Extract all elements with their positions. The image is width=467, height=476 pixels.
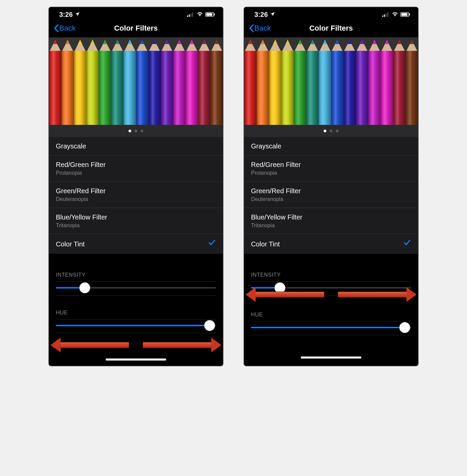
back-label: Back	[59, 24, 76, 33]
filter-label: Blue/Yellow Filter	[251, 213, 302, 222]
svg-rect-5	[206, 13, 212, 16]
page-dot[interactable]	[324, 130, 326, 132]
filter-row[interactable]: Color Tint	[49, 234, 223, 254]
svg-rect-7	[382, 15, 383, 17]
status-bar: 3:26	[244, 7, 418, 20]
filter-row[interactable]: Grayscale	[244, 137, 418, 156]
pencil	[111, 40, 123, 125]
battery-icon	[205, 11, 215, 19]
hue-section: HUE	[49, 304, 223, 333]
hue-header: HUE	[251, 306, 411, 321]
svg-rect-12	[401, 13, 407, 16]
filter-label: Blue/Yellow Filter	[56, 213, 107, 222]
pencil	[344, 40, 356, 125]
pencil	[62, 40, 74, 125]
svg-rect-2	[190, 13, 191, 17]
pencil-preview[interactable]	[244, 37, 418, 125]
intensity-slider[interactable]	[251, 281, 411, 296]
wifi-icon	[196, 11, 203, 19]
page-dot[interactable]	[129, 130, 131, 132]
pencil	[356, 40, 368, 125]
page-dots	[244, 125, 418, 137]
back-label: Back	[254, 24, 271, 33]
pencil	[173, 40, 186, 125]
intensity-section: INTENSITY	[49, 266, 223, 296]
signal-icon	[187, 11, 194, 19]
pencil	[294, 40, 306, 125]
filter-label: Grayscale	[251, 142, 281, 150]
pencil-preview[interactable]	[49, 37, 223, 125]
filter-sublabel: Deuteranopia	[56, 196, 106, 203]
pencil	[319, 40, 331, 125]
page-dot[interactable]	[336, 130, 338, 132]
filter-row[interactable]: Red/Green FilterProtanopia	[49, 156, 223, 182]
back-button[interactable]: Back	[54, 24, 76, 33]
filter-row[interactable]: Green/Red FilterDeuteranopia	[244, 182, 418, 208]
intensity-header: INTENSITY	[56, 266, 216, 281]
chevron-left-icon	[249, 24, 254, 32]
pencil	[161, 40, 173, 125]
filter-sublabel: Protanopia	[56, 170, 106, 177]
filter-row[interactable]: Color Tint	[244, 234, 418, 254]
filter-sublabel: Tritanopia	[251, 222, 302, 229]
svg-rect-9	[386, 13, 387, 17]
pencil	[86, 40, 99, 125]
pencil	[148, 40, 161, 125]
page-dot[interactable]	[135, 130, 137, 132]
filter-sublabel: Protanopia	[251, 170, 301, 177]
filter-label: Color Tint	[56, 240, 85, 248]
nav-bar: Back Color Filters	[49, 20, 223, 37]
hue-slider[interactable]	[251, 321, 411, 335]
pencil	[99, 40, 111, 125]
pencil	[210, 40, 223, 125]
signal-icon	[382, 11, 390, 19]
chevron-left-icon	[54, 24, 59, 32]
page-dot[interactable]	[141, 130, 143, 132]
pencil	[49, 40, 62, 125]
home-indicator[interactable]	[244, 351, 418, 364]
filter-label: Red/Green Filter	[56, 160, 106, 169]
pencil	[198, 40, 210, 125]
hue-header: HUE	[56, 304, 216, 319]
checkmark-icon	[403, 239, 411, 249]
filter-row[interactable]: Green/Red FilterDeuteranopia	[49, 182, 223, 208]
status-time: 3:26	[59, 11, 73, 19]
home-indicator[interactable]	[49, 353, 223, 366]
svg-rect-3	[192, 12, 193, 17]
status-time: 3:26	[254, 11, 268, 19]
pencil	[185, 40, 198, 125]
pencil	[74, 40, 86, 125]
pencil	[244, 40, 257, 125]
filter-label: Grayscale	[56, 142, 86, 150]
filter-sublabel: Deuteranopia	[251, 196, 301, 203]
hue-section: HUE	[244, 306, 418, 335]
pencil	[405, 40, 418, 125]
battery-icon	[400, 11, 410, 19]
pencil	[381, 40, 393, 125]
nav-bar: Back Color Filters	[244, 20, 418, 37]
svg-rect-8	[384, 14, 385, 17]
pencil	[331, 40, 344, 125]
filter-label: Green/Red Filter	[251, 186, 301, 195]
pencil	[306, 40, 319, 125]
pencil	[257, 40, 269, 125]
back-button[interactable]: Back	[249, 24, 271, 33]
filter-row[interactable]: Blue/Yellow FilterTritanopia	[244, 208, 418, 234]
pencil	[269, 40, 282, 125]
pencil	[282, 40, 294, 125]
intensity-slider[interactable]	[56, 281, 216, 296]
pencil	[368, 40, 381, 125]
annotation-arrows	[49, 333, 223, 353]
hue-slider[interactable]	[56, 319, 216, 333]
page-dot[interactable]	[330, 130, 332, 132]
svg-rect-6	[214, 13, 215, 15]
filter-row[interactable]: Blue/Yellow FilterTritanopia	[49, 208, 223, 234]
svg-rect-1	[189, 14, 190, 17]
pencil	[136, 40, 148, 125]
filter-label: Red/Green Filter	[251, 160, 301, 169]
checkmark-icon	[208, 239, 216, 249]
filter-row[interactable]: Red/Green FilterProtanopia	[244, 156, 418, 182]
filter-row[interactable]: Grayscale	[49, 137, 223, 156]
location-icon	[270, 11, 275, 19]
intensity-section: INTENSITY	[244, 266, 418, 296]
